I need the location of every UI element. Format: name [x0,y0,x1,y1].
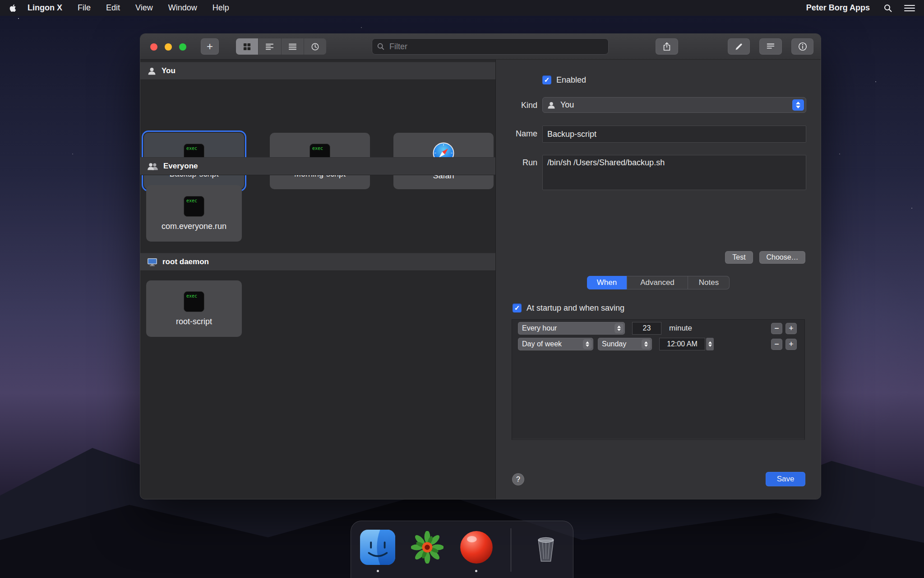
menu-edit[interactable]: Edit [106,3,120,13]
run-field[interactable] [542,155,806,190]
enabled-label: Enabled [556,75,586,85]
menu-window[interactable]: Window [168,3,197,13]
window-toolbar: + [140,34,821,60]
unit-label: minute [669,322,692,335]
save-button[interactable]: Save [766,472,805,486]
tab-advanced[interactable]: Advanced [627,276,688,289]
job-tile-com-everyone-run[interactable]: exec com.everyone.run [146,185,242,242]
menu-app-name[interactable]: Lingon X [28,3,62,13]
kind-value: You [556,100,790,110]
lingon-running-indicator [475,570,477,572]
job-list-panel: You exec Backup-script exec Morning-scri… [140,60,496,499]
menu-list-icon[interactable] [904,5,915,12]
exec-script-icon: exec [184,196,204,217]
minute-value-field[interactable]: 23 [632,322,661,335]
startup-checkbox[interactable] [513,303,522,312]
menu-help[interactable]: Help [213,3,229,13]
stars [18,18,19,19]
schedule-view-icon[interactable] [304,38,326,55]
test-button[interactable]: Test [725,251,753,264]
edit-pencil-button[interactable] [728,38,750,55]
menu-view[interactable]: View [135,3,153,13]
tab-when[interactable]: When [587,276,627,289]
time-stepper[interactable] [706,338,714,350]
popup-arrows-icon [583,339,592,349]
popup-arrows-icon [642,339,651,349]
dock [351,521,573,578]
person-icon [147,66,157,76]
flower-app-dock-icon[interactable] [411,531,444,565]
menu-bar: Lingon X File Edit View Window Help Pete… [0,0,924,16]
section-header-everyone: Everyone [140,157,495,175]
zoom-button[interactable] [179,43,186,51]
remove-schedule-button[interactable]: − [771,323,782,334]
info-button[interactable] [791,38,813,55]
spotlight-search-icon[interactable] [883,4,892,13]
section-title: root daemon [162,257,209,266]
choose-button[interactable]: Choose… [759,251,805,264]
log-list-button[interactable] [759,38,782,55]
section-header-you: You [140,62,495,80]
list-view-icon[interactable] [259,38,281,55]
view-mode-segmented-control [236,38,326,55]
enabled-checkbox[interactable] [542,75,551,84]
when-advanced-notes-tabs: When Advanced Notes [587,276,730,289]
add-schedule-button[interactable]: + [785,323,797,334]
run-label: Run [496,158,537,168]
lingon-ball-dock-icon[interactable] [459,530,494,567]
time-field[interactable]: 12:00 AM [659,338,705,350]
popup-arrows-icon [614,323,624,333]
people-icon [147,162,158,171]
finder-dock-icon[interactable] [360,530,395,567]
enabled-row: Enabled [542,74,586,86]
job-detail-panel: Enabled Kind You Name Run Test Choose… W… [496,60,821,499]
finder-running-indicator [377,570,379,572]
interval-popup[interactable]: Every hour [518,322,625,335]
share-button[interactable] [656,38,678,55]
kind-label: Kind [496,101,537,110]
lingon-x-window: + [140,33,821,499]
schedule-row-1: Every hour 23 minute − + [512,322,804,335]
frequency-value: Day of week [518,340,582,348]
frequency-popup[interactable]: Day of week [518,338,593,350]
job-tile-label: com.everyone.run [162,222,226,231]
popup-arrows-icon [792,99,804,111]
option-label: At startup and when saving [527,303,624,313]
computer-icon [147,258,157,266]
job-tile-label: root-script [176,317,212,326]
grid-view-icon[interactable] [236,38,259,55]
section-title: Everyone [163,162,198,171]
section-title: You [162,66,176,75]
job-tile-root-script[interactable]: exec root-script [146,280,242,337]
remove-schedule-button[interactable]: − [771,339,782,350]
apple-menu-icon[interactable] [9,4,17,13]
section-header-root-daemon: root daemon [140,253,495,271]
exec-script-icon: exec [184,291,204,312]
schedule-list: Every hour 23 minute − + Day of week Sun… [512,319,805,440]
person-icon [547,101,556,110]
interval-value: Every hour [518,324,613,332]
trash-dock-icon[interactable] [529,530,563,566]
add-job-button[interactable]: + [201,38,219,55]
help-button[interactable]: ? [512,473,524,485]
menu-file[interactable]: File [78,3,91,13]
add-schedule-button[interactable]: + [785,339,797,350]
tab-notes[interactable]: Notes [688,276,730,289]
menu-right-text: Peter Borg Apps [806,3,870,13]
filter-input[interactable] [372,38,609,55]
name-label: Name [496,129,537,139]
dock-divider [511,528,511,572]
kind-popup[interactable]: You [542,97,806,113]
option-row-startup: At startup and when saving [513,302,624,314]
schedule-row-2: Day of week Sunday 12:00 AM − + [512,338,804,351]
close-button[interactable] [150,43,157,51]
day-popup[interactable]: Sunday [598,338,652,350]
day-value: Sunday [598,340,640,348]
filter-magnifier-icon [377,42,385,52]
minimize-button[interactable] [165,43,172,51]
name-field[interactable] [542,126,806,143]
detail-view-icon[interactable] [282,38,304,55]
